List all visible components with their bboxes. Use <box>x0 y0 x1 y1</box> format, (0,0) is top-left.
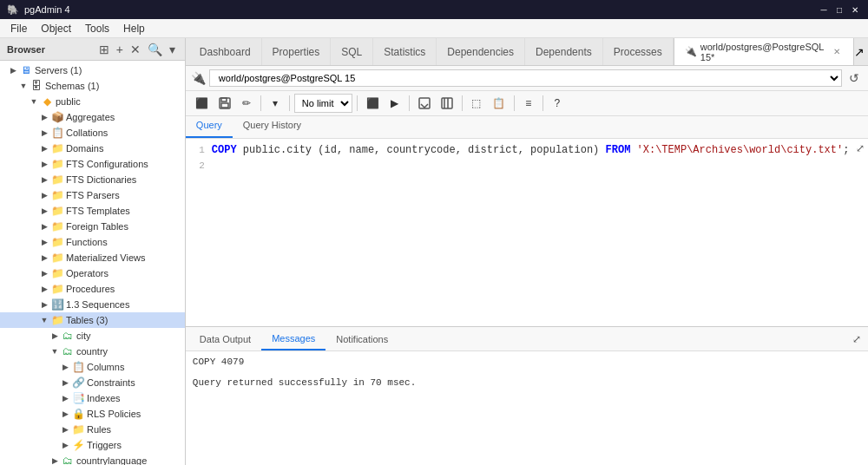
tree-item-operators[interactable]: ▶ 📁 Operators <box>0 265 185 281</box>
countrylanguage-arrow: ▶ <box>49 455 61 465</box>
collations-label: Collations <box>66 128 108 138</box>
city-arrow: ▶ <box>49 330 61 342</box>
save-data-button[interactable] <box>414 94 435 113</box>
copy-sql-button[interactable]: 📋 <box>488 94 510 113</box>
tab-dependents[interactable]: Dependents <box>525 38 603 65</box>
tree-item-procedures[interactable]: ▶ 📁 Procedures <box>0 281 185 297</box>
line-content-1[interactable]: COPY public.city (id, name, countrycode,… <box>212 142 868 158</box>
tab-processes[interactable]: Processes <box>603 38 674 65</box>
save-button[interactable] <box>214 94 235 113</box>
menu-help[interactable]: Help <box>116 21 152 36</box>
tab-active-server-close[interactable]: ✕ <box>831 46 843 57</box>
indexes-label: Indexes <box>87 393 121 403</box>
tree-item-domains[interactable]: ▶ 📁 Domains <box>0 141 185 156</box>
browser-object-properties-button[interactable]: ⊞ <box>96 42 112 57</box>
otab-notifications[interactable]: Notifications <box>326 327 398 350</box>
procedures-arrow: ▶ <box>38 283 50 295</box>
tree-item-aggregates[interactable]: ▶ 📦 Aggregates <box>0 109 185 125</box>
aggregates-icon: 📦 <box>50 110 64 124</box>
output-tabs: Data Output Messages Notifications ⤢ <box>186 327 868 351</box>
sequences-icon: 🔢 <box>50 298 64 311</box>
tree-item-collations[interactable]: ▶ 📋 Collations <box>0 125 185 141</box>
tree-item-columns[interactable]: ▶ 📋 Columns <box>0 359 185 375</box>
filter-button[interactable]: ▾ <box>266 94 285 113</box>
connection-select[interactable]: world/postgres@PostgreSQL 15 <box>209 69 842 87</box>
tree-item-fts-configs[interactable]: ▶ 📁 FTS Configurations <box>0 156 185 172</box>
tree-item-public[interactable]: ▼ ◆ public <box>0 94 185 109</box>
tab-bar: Dashboard Properties SQL Statistics Depe… <box>186 38 868 66</box>
editor[interactable]: 1 COPY public.city (id, name, countrycod… <box>186 139 868 326</box>
line-content-2[interactable] <box>212 158 868 174</box>
csv-button[interactable] <box>437 94 457 113</box>
tree-item-triggers[interactable]: ▶ ⚡ Triggers <box>0 437 185 453</box>
sort-filter-button[interactable]: ≡ <box>519 94 538 113</box>
mat-views-icon: 📁 <box>50 251 64 265</box>
tab-sql[interactable]: SQL <box>331 38 373 65</box>
browser-filter-button[interactable]: ▾ <box>167 42 178 57</box>
active-server-label: world/postgres@PostgreSQL 15* <box>700 42 824 62</box>
maximize-button[interactable]: □ <box>833 3 845 16</box>
edit-button[interactable]: ✏ <box>237 94 256 113</box>
country-label: country <box>76 346 108 357</box>
tree-item-functions[interactable]: ▶ 📁 Functions <box>0 234 185 250</box>
tab-restore-button[interactable]: ↗ <box>854 45 865 59</box>
tree-item-mat-views[interactable]: ▶ 📁 Materialized Views <box>0 250 185 265</box>
browser-search-button[interactable]: 🔍 <box>145 42 165 57</box>
browser-toolbar: ⊞ + ✕ 🔍 ▾ <box>96 42 178 57</box>
tree-item-country[interactable]: ▼ 🗂 country <box>0 344 185 359</box>
menu-file[interactable]: File <box>3 21 34 36</box>
browser-delete-button[interactable]: ✕ <box>128 42 143 57</box>
browser-create-button[interactable]: + <box>114 42 126 57</box>
connection-refresh-button[interactable]: ↺ <box>845 69 863 87</box>
tab-dashboard[interactable]: Dashboard <box>189 38 262 65</box>
svg-rect-2 <box>221 103 228 108</box>
tree-item-countrylanguage[interactable]: ▶ 🗂 countrylanguage <box>0 453 185 465</box>
connection-bar: 🔌 world/postgres@PostgreSQL 15 ↺ <box>186 66 868 91</box>
title-bar: 🐘 pgAdmin 4 ─ □ ✕ <box>0 0 868 19</box>
tree-item-sequences[interactable]: ▶ 🔢 1.3 Sequences <box>0 297 185 312</box>
columns-label: Columns <box>87 362 124 372</box>
tree-item-rls-policies[interactable]: ▶ 🔒 RLS Policies <box>0 406 185 422</box>
app-icon: 🐘 <box>7 4 19 16</box>
stop-button[interactable]: ⬛ <box>191 94 213 113</box>
tree-item-fts-dicts[interactable]: ▶ 📁 FTS Dictionaries <box>0 172 185 187</box>
qtab-query[interactable]: Query <box>186 116 233 138</box>
tree-item-servers[interactable]: ▶ 🖥 Servers (1) <box>0 62 185 78</box>
tree-item-city[interactable]: ▶ 🗂 city <box>0 328 185 344</box>
qtab-query-history[interactable]: Query History <box>233 116 312 138</box>
fts-templates-arrow: ▶ <box>38 205 50 217</box>
menu-tools[interactable]: Tools <box>78 21 116 36</box>
tab-properties[interactable]: Properties <box>262 38 332 65</box>
procedures-icon: 📁 <box>50 282 64 296</box>
tree-item-fts-parsers[interactable]: ▶ 📁 FTS Parsers <box>0 187 185 203</box>
tab-dependencies[interactable]: Dependencies <box>437 38 525 65</box>
svg-rect-1 <box>221 98 227 102</box>
output-expand-button[interactable]: ⤢ <box>849 331 865 347</box>
indexes-arrow: ▶ <box>59 392 71 404</box>
servers-arrow: ▶ <box>7 64 19 76</box>
limit-select[interactable]: No limit <box>294 94 352 113</box>
browser-tree: ▶ 🖥 Servers (1) ▼ 🗄 Schemas (1) ▼ ◆ publ… <box>0 61 185 465</box>
tree-item-rules[interactable]: ▶ 📁 Rules <box>0 422 185 437</box>
city-icon: 🗂 <box>61 329 75 343</box>
tree-item-constraints[interactable]: ▶ 🔗 Constraints <box>0 375 185 390</box>
minimize-button[interactable]: ─ <box>818 3 830 16</box>
tree-item-foreign-tables[interactable]: ▶ 📁 Foreign Tables <box>0 219 185 234</box>
close-button[interactable]: ✕ <box>849 3 861 16</box>
tables-icon: 📁 <box>50 313 64 327</box>
stop2-button[interactable]: ⬛ <box>362 94 384 113</box>
tree-item-tables[interactable]: ▼ 📁 Tables (3) <box>0 312 185 328</box>
help-button[interactable]: ? <box>548 94 567 113</box>
otab-messages[interactable]: Messages <box>261 327 326 350</box>
otab-data-output[interactable]: Data Output <box>189 327 261 350</box>
tree-item-indexes[interactable]: ▶ 📑 Indexes <box>0 390 185 406</box>
menu-object[interactable]: Object <box>34 21 78 36</box>
tree-item-schemas[interactable]: ▼ 🗄 Schemas (1) <box>0 78 185 94</box>
tab-active-server[interactable]: 🔌 world/postgres@PostgreSQL 15* ✕ <box>674 38 854 65</box>
editor-expand-button[interactable]: ⤢ <box>856 142 865 154</box>
copy-rows-button[interactable]: ⬚ <box>467 94 486 113</box>
tab-statistics[interactable]: Statistics <box>373 38 437 65</box>
execute-button[interactable]: ▶ <box>385 94 404 113</box>
app-title: pgAdmin 4 <box>24 4 70 15</box>
tree-item-fts-templates[interactable]: ▶ 📁 FTS Templates <box>0 203 185 219</box>
